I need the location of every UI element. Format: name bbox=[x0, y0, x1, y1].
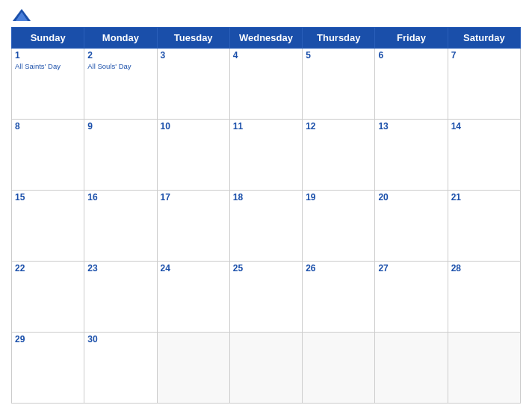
week-row-3: 15161718192021 bbox=[12, 191, 521, 262]
calendar-cell: 27 bbox=[375, 262, 448, 333]
calendar-cell: 6 bbox=[375, 49, 448, 120]
calendar-cell bbox=[229, 333, 302, 404]
calendar-cell: 21 bbox=[448, 191, 520, 262]
day-number: 5 bbox=[306, 50, 371, 61]
calendar-cell: 10 bbox=[157, 120, 229, 191]
week-row-5: 2930 bbox=[12, 333, 521, 404]
calendar-cell: 17 bbox=[157, 191, 229, 262]
day-number: 7 bbox=[451, 50, 517, 61]
day-number: 13 bbox=[378, 121, 444, 132]
calendar-cell: 4 bbox=[229, 49, 302, 120]
top-bar bbox=[11, 7, 521, 24]
holiday-label: All Saints' Day bbox=[15, 62, 81, 70]
day-header-thursday: Thursday bbox=[303, 28, 375, 49]
week-row-1: 1All Saints' Day2All Souls' Day34567 bbox=[12, 49, 521, 120]
calendar-cell: 29 bbox=[12, 333, 84, 404]
day-number: 14 bbox=[451, 121, 517, 132]
calendar-cell: 1All Saints' Day bbox=[12, 49, 84, 120]
calendar-cell: 22 bbox=[12, 262, 84, 333]
generalblue-logo-icon bbox=[11, 7, 32, 24]
day-number: 18 bbox=[233, 192, 299, 203]
days-header-row: SundayMondayTuesdayWednesdayThursdayFrid… bbox=[12, 28, 521, 49]
day-number: 28 bbox=[451, 263, 517, 274]
calendar-cell: 25 bbox=[229, 262, 302, 333]
calendar-cell: 2All Souls' Day bbox=[84, 49, 157, 120]
day-number: 6 bbox=[378, 50, 444, 61]
day-number: 9 bbox=[87, 121, 153, 132]
calendar-cell: 7 bbox=[448, 49, 520, 120]
week-row-4: 22232425262728 bbox=[12, 262, 521, 333]
day-number: 4 bbox=[233, 50, 299, 61]
day-number: 15 bbox=[15, 192, 81, 203]
calendar-cell: 26 bbox=[303, 262, 375, 333]
day-header-monday: Monday bbox=[84, 28, 157, 49]
day-number: 30 bbox=[87, 334, 153, 344]
day-number: 10 bbox=[161, 121, 226, 132]
day-number: 27 bbox=[378, 263, 444, 274]
calendar-cell: 3 bbox=[157, 49, 229, 120]
calendar-cell bbox=[375, 333, 448, 404]
day-number: 19 bbox=[306, 192, 371, 203]
calendar-cell: 8 bbox=[12, 120, 84, 191]
day-number: 2 bbox=[87, 50, 153, 61]
day-header-tuesday: Tuesday bbox=[157, 28, 229, 49]
calendar-cell: 24 bbox=[157, 262, 229, 333]
calendar-cell: 16 bbox=[84, 191, 157, 262]
day-header-friday: Friday bbox=[375, 28, 448, 49]
calendar-cell: 15 bbox=[12, 191, 84, 262]
day-number: 3 bbox=[161, 50, 226, 61]
calendar-cell bbox=[157, 333, 229, 404]
day-number: 22 bbox=[15, 263, 81, 274]
day-number: 1 bbox=[15, 50, 81, 61]
day-number: 21 bbox=[451, 192, 517, 203]
holiday-label: All Souls' Day bbox=[87, 62, 153, 70]
calendar-cell: 12 bbox=[303, 120, 375, 191]
day-number: 8 bbox=[15, 121, 81, 132]
calendar-cell: 11 bbox=[229, 120, 302, 191]
day-number: 25 bbox=[233, 263, 299, 274]
day-header-saturday: Saturday bbox=[448, 28, 520, 49]
day-number: 23 bbox=[87, 263, 153, 274]
calendar-cell: 28 bbox=[448, 262, 520, 333]
day-number: 29 bbox=[15, 334, 81, 344]
calendar-cell: 30 bbox=[84, 333, 157, 404]
calendar-cell: 14 bbox=[448, 120, 520, 191]
calendar-table: SundayMondayTuesdayWednesdayThursdayFrid… bbox=[11, 27, 521, 404]
calendar-cell: 19 bbox=[303, 191, 375, 262]
day-header-sunday: Sunday bbox=[12, 28, 84, 49]
calendar-cell: 20 bbox=[375, 191, 448, 262]
day-number: 20 bbox=[378, 192, 444, 203]
calendar-cell: 18 bbox=[229, 191, 302, 262]
calendar-cell bbox=[303, 333, 375, 404]
calendar-cell bbox=[448, 333, 520, 404]
calendar-cell: 13 bbox=[375, 120, 448, 191]
day-number: 11 bbox=[233, 121, 299, 132]
day-header-wednesday: Wednesday bbox=[229, 28, 302, 49]
logo bbox=[11, 7, 35, 24]
day-number: 24 bbox=[161, 263, 226, 274]
day-number: 17 bbox=[161, 192, 226, 203]
day-number: 26 bbox=[306, 263, 371, 274]
day-number: 12 bbox=[306, 121, 371, 132]
week-row-2: 891011121314 bbox=[12, 120, 521, 191]
calendar-cell: 23 bbox=[84, 262, 157, 333]
calendar-cell: 5 bbox=[303, 49, 375, 120]
day-number: 16 bbox=[87, 192, 153, 203]
calendar-cell: 9 bbox=[84, 120, 157, 191]
